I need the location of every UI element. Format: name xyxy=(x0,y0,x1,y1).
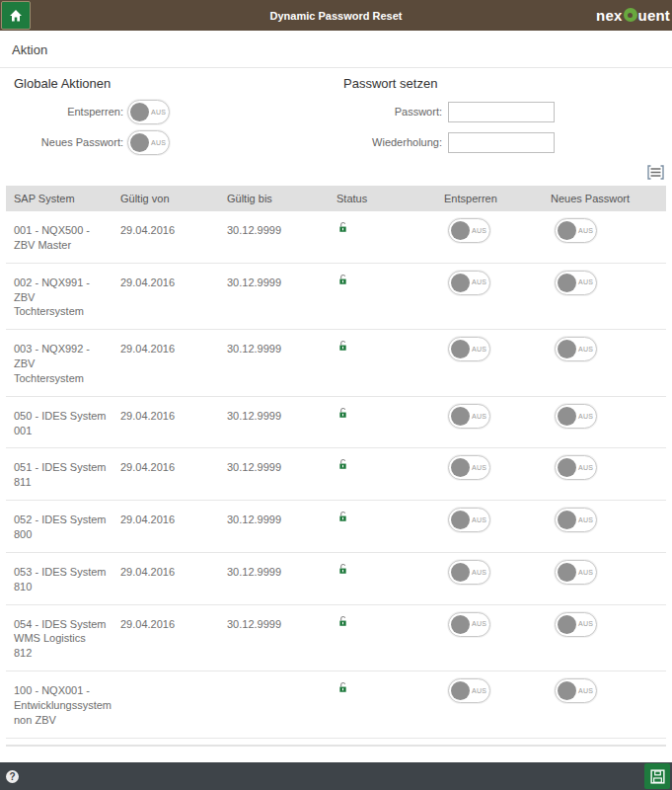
logo-text-pre: nex xyxy=(596,7,622,24)
valid-to: 30.12.9999 xyxy=(219,211,329,248)
entsperren-cell: AUS xyxy=(436,672,543,711)
row-entsperren-switch[interactable]: AUS xyxy=(448,508,490,532)
row-neues-passwort-switch[interactable]: AUS xyxy=(555,271,597,295)
row-entsperren-switch[interactable]: AUS xyxy=(448,612,490,637)
logo-q-icon xyxy=(624,8,637,22)
global-entsperren-switch[interactable]: AUS xyxy=(127,100,170,124)
switch-state-label: AUS xyxy=(578,619,593,628)
unlocked-icon xyxy=(336,221,349,234)
row-neues-passwort-switch[interactable]: AUS xyxy=(555,560,597,585)
table-row: 003 - NQX992 - ZBV Tochtersystem 29.04.2… xyxy=(6,330,666,397)
switch-state-label: AUS xyxy=(472,619,486,628)
table-row: 053 - IDES System 810 29.04.2016 30.12.9… xyxy=(6,553,666,605)
table-row: 002 - NQX991 - ZBV Tochtersystem 29.04.2… xyxy=(6,264,666,331)
table-row: 051 - IDES System 811 29.04.2016 30.12.9… xyxy=(6,448,666,501)
home-icon xyxy=(8,8,24,24)
switch-knob xyxy=(558,563,576,582)
neues-passwort-cell: AUS xyxy=(543,211,666,251)
switch-knob xyxy=(558,274,576,292)
save-button[interactable] xyxy=(644,763,670,789)
row-neues-passwort-switch[interactable]: AUS xyxy=(555,612,597,637)
valid-from: 29.04.2016 xyxy=(112,264,219,300)
entsperren-cell: AUS xyxy=(436,605,543,645)
table-settings-icon xyxy=(647,165,664,180)
switch-state-label: AUS xyxy=(578,345,593,354)
wiederholung-input[interactable] xyxy=(448,132,555,153)
table-header-row: SAP System Gültig von Gültig bis Status … xyxy=(6,186,666,211)
row-neues-passwort-switch[interactable]: AUS xyxy=(555,337,597,361)
switch-knob xyxy=(130,103,149,121)
valid-from: 29.04.2016 xyxy=(112,605,219,642)
row-entsperren-switch[interactable]: AUS xyxy=(448,271,490,295)
status-cell xyxy=(329,672,436,708)
app-header: Dynamic Password Reset nex uent xyxy=(0,0,672,31)
switch-knob xyxy=(558,407,576,426)
row-neues-passwort-switch[interactable]: AUS xyxy=(555,678,597,703)
row-entsperren-switch[interactable]: AUS xyxy=(448,337,490,361)
passwort-input[interactable] xyxy=(448,102,555,122)
row-neues-passwort-switch[interactable]: AUS xyxy=(555,455,597,480)
table-body: 001 - NQX500 - ZBV Master 29.04.2016 30.… xyxy=(6,211,666,739)
status-cell xyxy=(329,330,436,366)
switch-state-label: AUS xyxy=(472,463,486,472)
switch-state-label: AUS xyxy=(151,109,166,116)
system-name: 100 - NQX001 - Entwicklungssystem non ZB… xyxy=(6,672,112,738)
neues-passwort-cell: AUS xyxy=(543,672,666,711)
entsperren-cell: AUS xyxy=(436,501,543,540)
systems-table: SAP System Gültig von Gültig bis Status … xyxy=(6,186,666,739)
status-cell xyxy=(329,211,436,248)
switch-state-label: AUS xyxy=(578,515,593,524)
table-toolbar xyxy=(0,160,672,186)
row-entsperren-switch[interactable]: AUS xyxy=(448,455,490,480)
global-neues-passwort-switch[interactable]: AUS xyxy=(127,130,170,155)
footer-bar: ? xyxy=(0,762,672,790)
save-icon xyxy=(649,768,666,785)
row-entsperren-switch[interactable]: AUS xyxy=(448,218,490,243)
entsperren-cell: AUS xyxy=(436,211,543,251)
system-name: 001 - NQX500 - ZBV Master xyxy=(6,211,112,263)
valid-to: 30.12.9999 xyxy=(219,448,329,485)
valid-to: 30.12.9999 xyxy=(219,264,329,300)
global-entsperren-label: Entsperren: xyxy=(14,106,123,118)
switch-state-label: AUS xyxy=(578,568,593,577)
table-settings-button[interactable] xyxy=(646,164,664,180)
switch-state-label: AUS xyxy=(578,412,593,421)
switch-state-label: AUS xyxy=(472,226,486,235)
home-button[interactable] xyxy=(1,1,31,30)
row-neues-passwort-switch[interactable]: AUS xyxy=(555,508,597,532)
neues-passwort-cell: AUS xyxy=(543,501,666,540)
table-row: 050 - IDES System 001 29.04.2016 30.12.9… xyxy=(6,397,666,449)
col-gueltig-bis: Gültig bis xyxy=(219,193,329,204)
col-gueltig-von: Gültig von xyxy=(112,193,219,204)
switch-state-label: AUS xyxy=(151,139,166,146)
row-entsperren-switch[interactable]: AUS xyxy=(448,678,490,703)
switch-state-label: AUS xyxy=(472,345,486,354)
neues-passwort-cell: AUS xyxy=(543,264,666,303)
switch-knob xyxy=(451,681,470,700)
passwort-label: Passwort: xyxy=(343,106,442,118)
system-name: 053 - IDES System 810 xyxy=(6,553,112,604)
valid-to: 30.12.9999 xyxy=(219,330,329,366)
valid-from: 29.04.2016 xyxy=(112,211,219,248)
global-actions-title: Globale Aktionen xyxy=(14,76,336,91)
valid-from: 29.04.2016 xyxy=(112,501,219,537)
row-neues-passwort-switch[interactable]: AUS xyxy=(555,218,597,243)
row-neues-passwort-switch[interactable]: AUS xyxy=(555,404,597,429)
switch-knob xyxy=(558,221,576,240)
switch-knob xyxy=(130,133,149,152)
valid-from xyxy=(112,672,219,693)
neues-passwort-cell: AUS xyxy=(543,553,666,592)
switch-knob xyxy=(558,681,576,700)
row-entsperren-switch[interactable]: AUS xyxy=(448,404,490,429)
entsperren-cell: AUS xyxy=(436,264,543,303)
unlocked-icon xyxy=(336,615,349,628)
valid-from: 29.04.2016 xyxy=(112,397,219,434)
row-entsperren-switch[interactable]: AUS xyxy=(448,560,490,585)
help-button[interactable]: ? xyxy=(6,770,19,783)
page-title: Dynamic Password Reset xyxy=(0,10,672,22)
switch-knob xyxy=(451,340,470,358)
switch-state-label: AUS xyxy=(472,412,486,421)
valid-from: 29.04.2016 xyxy=(112,330,219,366)
neues-passwort-cell: AUS xyxy=(543,448,666,488)
action-panels: Globale Aktionen Entsperren: AUS Neues P… xyxy=(0,68,672,160)
